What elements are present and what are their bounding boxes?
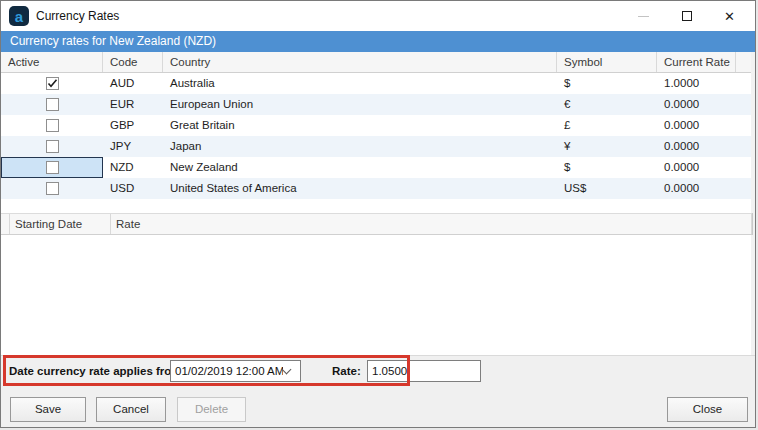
close-icon: ✕ [724, 10, 735, 23]
maximize-icon [682, 11, 692, 21]
currency-row-aud[interactable]: AUDAustralia$1.0000 [1, 73, 752, 94]
currency-table-header: Active Code Country Symbol Current Rate [1, 52, 752, 73]
column-header-filler [736, 52, 752, 72]
country-cell[interactable]: Australia [163, 73, 557, 94]
currency-row-nzd[interactable]: NZDNew Zealand$0.0000 [1, 157, 752, 178]
active-cell[interactable] [1, 178, 103, 199]
current-rate-cell[interactable]: 0.0000 [657, 178, 736, 199]
code-cell[interactable]: AUD [103, 73, 163, 94]
date-applies-from-combobox[interactable]: 01/02/2019 12:00 AM [170, 360, 301, 382]
symbol-cell[interactable]: ¥ [557, 136, 657, 157]
rate-history-header: Starting Date Rate [1, 213, 752, 235]
row-indicator-column [1, 214, 10, 234]
checkbox-unchecked-icon[interactable] [46, 98, 59, 111]
code-cell[interactable]: NZD [103, 157, 163, 178]
currency-table-body: AUDAustralia$1.0000EUREuropean Union€0.0… [1, 73, 752, 199]
checkbox-checked-icon[interactable] [46, 77, 59, 90]
code-cell[interactable]: EUR [103, 94, 163, 115]
rate-input[interactable] [367, 360, 481, 382]
currency-row-usd[interactable]: USDUnited States of AmericaUS$0.0000 [1, 178, 752, 199]
window-controls: ✕ [622, 1, 751, 31]
symbol-cell[interactable]: $ [557, 157, 657, 178]
banner-title: Currency rates for New Zealand (NZD) [1, 31, 756, 52]
current-rate-cell[interactable]: 0.0000 [657, 136, 736, 157]
filler-cell [736, 115, 752, 136]
checkbox-unchecked-icon[interactable] [46, 161, 59, 174]
app-logo-icon: a [9, 6, 29, 26]
cancel-button[interactable]: Cancel [96, 397, 166, 422]
close-dialog-button[interactable]: Close [667, 397, 748, 422]
symbol-cell[interactable]: $ [557, 73, 657, 94]
checkbox-unchecked-icon[interactable] [46, 140, 59, 153]
currency-row-gbp[interactable]: GBPGreat Britain£0.0000 [1, 115, 752, 136]
country-cell[interactable]: United States of America [163, 178, 557, 199]
title-bar: a Currency Rates ✕ [1, 1, 756, 31]
chevron-down-icon [282, 364, 292, 374]
filler-cell [736, 178, 752, 199]
close-button[interactable]: ✕ [708, 1, 751, 31]
country-cell[interactable]: Great Britain [163, 115, 557, 136]
current-rate-cell[interactable]: 0.0000 [657, 94, 736, 115]
filler-cell [736, 157, 752, 178]
column-header-country[interactable]: Country [163, 52, 557, 72]
delete-button: Delete [177, 397, 246, 422]
rate-label: Rate: [332, 356, 361, 386]
current-rate-cell[interactable]: 1.0000 [657, 73, 736, 94]
rate-history-table: Starting Date Rate [1, 213, 753, 235]
filler-cell [736, 73, 752, 94]
filler-cell [736, 94, 752, 115]
code-cell[interactable]: JPY [103, 136, 163, 157]
save-button[interactable]: Save [10, 397, 86, 422]
code-cell[interactable]: GBP [103, 115, 163, 136]
currency-row-eur[interactable]: EUREuropean Union€0.0000 [1, 94, 752, 115]
currency-table: Active Code Country Symbol Current Rate … [1, 52, 753, 199]
country-cell[interactable]: New Zealand [163, 157, 557, 178]
column-header-code[interactable]: Code [103, 52, 163, 72]
column-header-symbol[interactable]: Symbol [557, 52, 657, 72]
button-bar: Save Cancel Delete Close [1, 385, 756, 428]
filler-cell [736, 136, 752, 157]
symbol-cell[interactable]: US$ [557, 178, 657, 199]
active-cell[interactable] [1, 115, 103, 136]
maximize-button[interactable] [665, 1, 708, 31]
minimize-icon [638, 16, 649, 17]
active-cell[interactable] [1, 157, 103, 178]
symbol-cell[interactable]: £ [557, 115, 657, 136]
window-title: Currency Rates [36, 1, 119, 31]
currency-row-jpy[interactable]: JPYJapan¥0.0000 [1, 136, 752, 157]
column-header-rate[interactable]: Rate [111, 214, 752, 234]
minimize-button[interactable] [622, 1, 665, 31]
checkbox-unchecked-icon[interactable] [46, 182, 59, 195]
grid-right-gutter [751, 52, 755, 355]
checkbox-unchecked-icon[interactable] [46, 119, 59, 132]
current-rate-cell[interactable]: 0.0000 [657, 115, 736, 136]
date-applies-from-label: Date currency rate applies from: [9, 356, 185, 386]
date-applies-from-value: 01/02/2019 12:00 AM [171, 365, 283, 377]
currency-rates-dialog: a Currency Rates ✕ Currency rates for Ne… [0, 0, 756, 428]
current-rate-cell[interactable]: 0.0000 [657, 157, 736, 178]
country-cell[interactable]: Japan [163, 136, 557, 157]
active-cell[interactable] [1, 136, 103, 157]
column-header-starting-date[interactable]: Starting Date [10, 214, 111, 234]
column-header-active[interactable]: Active [1, 52, 103, 72]
active-cell[interactable] [1, 73, 103, 94]
rate-entry-bar: Date currency rate applies from: 01/02/2… [1, 355, 756, 385]
code-cell[interactable]: USD [103, 178, 163, 199]
symbol-cell[interactable]: € [557, 94, 657, 115]
country-cell[interactable]: European Union [163, 94, 557, 115]
column-header-current-rate[interactable]: Current Rate [657, 52, 736, 72]
active-cell[interactable] [1, 94, 103, 115]
